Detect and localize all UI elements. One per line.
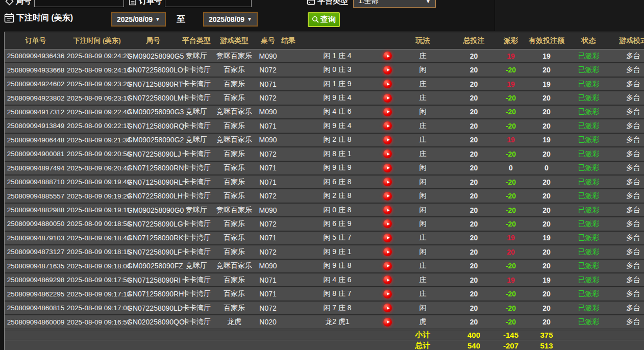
query-button-label: 查询 bbox=[320, 15, 336, 24]
play-video-icon[interactable] bbox=[383, 149, 392, 158]
cell-result: 闲 2 庄 8 bbox=[281, 135, 396, 144]
result-text: 闲 6 庄 9 bbox=[291, 219, 383, 229]
cell-play: 闲 bbox=[396, 219, 450, 229]
cell-status: 已派彩 bbox=[569, 247, 608, 257]
cell-status: 已派彩 bbox=[569, 304, 608, 313]
cell-table_no: N072 bbox=[255, 192, 281, 200]
cell-order: 250809094862295 bbox=[5, 290, 67, 298]
play-video-icon[interactable] bbox=[383, 234, 392, 242]
play-video-icon[interactable] bbox=[383, 290, 392, 298]
play-video-icon[interactable] bbox=[383, 80, 392, 88]
cell-table_no: N072 bbox=[255, 94, 281, 102]
bet-time-label: 下注时间 (美东) bbox=[16, 13, 73, 23]
cell-status: 已派彩 bbox=[569, 219, 608, 229]
cell-result: 闲 6 庄 8 bbox=[281, 178, 396, 187]
bet-time-filter-group: 下注时间 (美东) bbox=[4, 13, 73, 23]
cell-total: 20 bbox=[450, 80, 498, 88]
cell-round: GN071258090RQ bbox=[127, 122, 179, 130]
cell-order: 250809094888710 bbox=[5, 178, 67, 186]
cell-mode: 多台 bbox=[608, 191, 644, 201]
cell-payout: -20 bbox=[498, 304, 524, 312]
cell-valid: 20 bbox=[524, 178, 569, 186]
cell-result: 闲 9 庄 9 bbox=[281, 163, 396, 172]
col-header-game: 游戏类型 bbox=[214, 36, 255, 45]
play-video-icon[interactable] bbox=[383, 304, 392, 312]
play-video-icon[interactable] bbox=[383, 108, 392, 116]
cell-platform: 竞咪厅 bbox=[179, 261, 214, 270]
col-header-platform: 平台类型 bbox=[179, 36, 214, 45]
col-header-table_no: 桌号 bbox=[255, 36, 281, 45]
cell-total: 20 bbox=[450, 122, 498, 130]
cell-order: 250809094923802 bbox=[5, 94, 67, 102]
cell-platform: 竞咪厅 bbox=[179, 52, 214, 61]
round-input[interactable] bbox=[34, 0, 124, 7]
bet-records-table: 订单号下注时间 (美东)局号平台类型游戏类型桌号结果玩法总投注派彩有效投注额状态… bbox=[4, 32, 644, 350]
cell-game: 竞咪百家乐 bbox=[214, 135, 255, 144]
order-number-input[interactable] bbox=[165, 0, 252, 7]
cell-platform: 卡卡湾厅 bbox=[179, 80, 214, 89]
cell-play: 闲 bbox=[396, 247, 450, 257]
play-video-icon[interactable] bbox=[383, 262, 392, 270]
result-text: 闲 9 庄 1 bbox=[291, 247, 383, 257]
table-row: 2508090949064482025-08-09 09:21:34GM0902… bbox=[5, 134, 644, 147]
cell-order: 250809094897494 bbox=[5, 164, 67, 172]
cell-result: 闲 7 庄 8 bbox=[281, 304, 396, 313]
cell-status: 已派彩 bbox=[569, 289, 608, 298]
cell-time: 2025-08-09 09:19:11 bbox=[67, 206, 127, 214]
play-video-icon[interactable] bbox=[383, 94, 392, 103]
table-row: 2508090949246022025-08-09 09:23:23GN0712… bbox=[5, 78, 644, 91]
cell-table_no: M090 bbox=[255, 136, 281, 144]
cell-result: 闲 5 庄 7 bbox=[281, 233, 396, 242]
cell-round: GM090258090G3 bbox=[127, 108, 179, 116]
play-video-icon[interactable] bbox=[383, 66, 392, 74]
play-video-icon[interactable] bbox=[383, 136, 392, 144]
cell-round: GN072258090LJ bbox=[127, 150, 179, 158]
play-video-icon[interactable] bbox=[383, 219, 392, 228]
cell-result: 闲 9 庄 4 bbox=[281, 93, 396, 103]
cell-status: 已派彩 bbox=[569, 206, 608, 215]
play-video-icon[interactable] bbox=[383, 206, 392, 214]
calendar-icon bbox=[4, 13, 14, 23]
server-icon bbox=[307, 0, 315, 6]
table-row: 2508090948855572025-08-09 09:19:29GN0722… bbox=[5, 189, 644, 203]
cell-play: 庄 bbox=[396, 80, 450, 89]
cell-total: 20 bbox=[450, 164, 498, 172]
cell-game: 百家乐 bbox=[214, 178, 255, 187]
cell-game: 百家乐 bbox=[214, 247, 255, 257]
cell-round: GN072258090LH bbox=[127, 192, 179, 200]
cell-mode: 多台 bbox=[608, 261, 644, 270]
cell-game: 竞咪百家乐 bbox=[214, 107, 255, 116]
cell-game: 竞咪百家乐 bbox=[214, 261, 255, 270]
cell-time: 2025-08-09 09:17:01 bbox=[67, 304, 127, 312]
order-label: 订单号 bbox=[139, 0, 162, 6]
date-from-picker[interactable]: 2025/08/09 ▼ bbox=[111, 12, 166, 27]
date-to-picker[interactable]: 2025/08/09 ▼ bbox=[203, 12, 258, 27]
platform-type-select[interactable]: 1.全部 ▼ bbox=[353, 0, 436, 8]
query-button[interactable]: 查询 bbox=[308, 12, 340, 27]
cell-result: 闲 1 庄 4 bbox=[281, 52, 396, 61]
play-video-icon[interactable] bbox=[383, 52, 392, 60]
play-video-icon[interactable] bbox=[383, 247, 392, 256]
summary-label: 小计 bbox=[396, 330, 450, 340]
result-text: 闲 9 庄 8 bbox=[291, 261, 383, 270]
cell-time: 2025-08-09 09:18:48 bbox=[67, 234, 127, 242]
round-label: 局号 bbox=[16, 0, 31, 6]
cell-mode: 多台 bbox=[608, 178, 644, 187]
cell-platform: 卡卡湾厅 bbox=[179, 317, 214, 327]
play-video-icon[interactable] bbox=[383, 276, 392, 284]
play-video-icon[interactable] bbox=[383, 164, 392, 172]
cell-valid: 20 bbox=[524, 290, 569, 298]
cell-total: 20 bbox=[450, 290, 498, 298]
play-video-icon[interactable] bbox=[383, 318, 392, 327]
play-video-icon[interactable] bbox=[383, 192, 392, 201]
cell-status: 已派彩 bbox=[569, 317, 608, 327]
round-filter-group: 局号 bbox=[5, 0, 124, 7]
cell-mode: 多台 bbox=[608, 247, 644, 257]
cell-payout: -20 bbox=[498, 150, 524, 158]
result-text: 闲 8 庄 7 bbox=[291, 289, 383, 298]
cell-result: 闲 8 庄 1 bbox=[281, 149, 396, 159]
play-video-icon[interactable] bbox=[383, 121, 392, 130]
play-video-icon[interactable] bbox=[383, 178, 392, 186]
cell-platform: 卡卡湾厅 bbox=[179, 121, 214, 131]
cell-play: 庄 bbox=[396, 261, 450, 270]
